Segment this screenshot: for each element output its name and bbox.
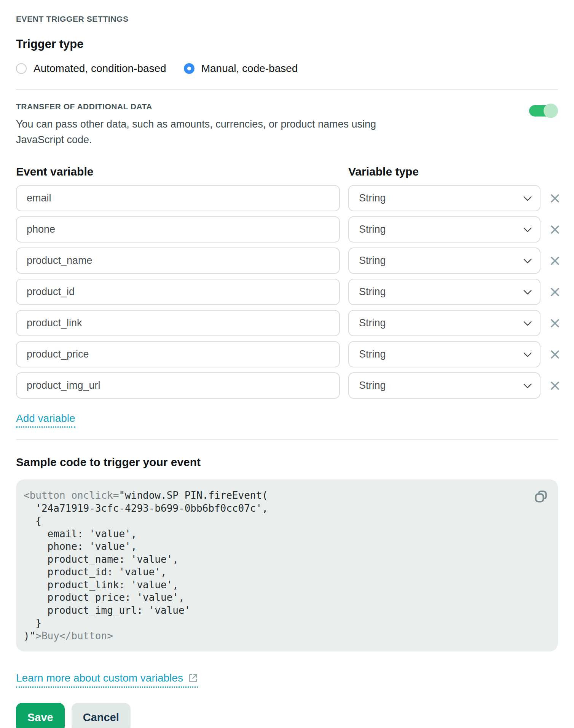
learn-more-link[interactable]: Learn more about custom variables — [16, 672, 198, 688]
variable-type-value: String — [359, 286, 386, 298]
code-text: <button onclick="window.SP_PIN.fireEvent… — [24, 489, 547, 642]
close-icon — [550, 224, 560, 235]
variable-name-input[interactable] — [16, 247, 340, 274]
variable-type-select[interactable]: String — [348, 310, 541, 336]
variables-column-headers: Event variable Variable type — [16, 165, 558, 178]
close-icon — [550, 287, 560, 297]
variable-row: String — [16, 216, 558, 243]
variable-type-value: String — [359, 255, 386, 267]
variable-name-input[interactable] — [16, 185, 340, 211]
event-variable-header: Event variable — [16, 165, 340, 178]
code-line: product_link: 'value', — [24, 579, 547, 592]
chevron-down-icon — [523, 224, 532, 232]
form-actions: Save Cancel — [16, 703, 558, 728]
radio-option-1[interactable]: Manual, code-based — [184, 62, 298, 75]
chevron-down-icon — [523, 192, 532, 201]
close-icon — [550, 380, 560, 391]
remove-variable-button[interactable] — [549, 348, 561, 361]
variable-row: String — [16, 279, 558, 305]
section-divider — [16, 439, 558, 440]
transfer-text-block: TRANSFER OF ADDITIONAL DATA You can pass… — [16, 102, 400, 148]
close-icon — [550, 349, 560, 360]
transfer-section-label: TRANSFER OF ADDITIONAL DATA — [16, 102, 400, 111]
radio-unselected-icon[interactable] — [16, 63, 27, 74]
variable-type-select[interactable]: String — [348, 279, 541, 305]
code-line: phone: 'value', — [24, 540, 547, 553]
variable-name-input[interactable] — [16, 279, 340, 305]
trigger-type-heading: Trigger type — [16, 37, 558, 51]
radio-option-0[interactable]: Automated, condition-based — [16, 62, 166, 75]
remove-variable-button[interactable] — [549, 380, 561, 392]
chevron-down-icon — [523, 255, 532, 263]
variable-type-header: Variable type — [348, 165, 541, 178]
transfer-section-header: TRANSFER OF ADDITIONAL DATA You can pass… — [16, 102, 558, 148]
transfer-description: You can pass other data, such as amounts… — [16, 117, 400, 148]
close-icon — [550, 255, 560, 266]
variable-name-input[interactable] — [16, 341, 340, 367]
remove-variable-button[interactable] — [549, 286, 561, 298]
variable-type-value: String — [359, 317, 386, 329]
code-line: product_price: 'value', — [24, 591, 547, 604]
learn-more-label: Learn more about custom variables — [16, 672, 183, 684]
copy-code-button[interactable] — [534, 490, 547, 503]
variable-type-select[interactable]: String — [348, 216, 541, 243]
save-button[interactable]: Save — [16, 703, 65, 728]
variable-type-value: String — [359, 380, 386, 391]
external-link-icon — [188, 673, 198, 683]
copy-icon — [534, 490, 547, 503]
code-line: '24a71919-3cfc-4293-b699-0bb6bf0cc07c', — [24, 502, 547, 515]
sample-code-block: <button onclick="window.SP_PIN.fireEvent… — [16, 479, 558, 651]
code-line: { — [24, 515, 547, 528]
variable-type-select[interactable]: String — [348, 247, 541, 274]
additional-data-toggle[interactable] — [529, 105, 557, 117]
trigger-type-radio-group: Automated, condition-basedManual, code-b… — [16, 62, 558, 75]
code-line: } — [24, 617, 547, 630]
remove-variable-button[interactable] — [549, 224, 561, 236]
section-label: EVENT TRIGGER SETTINGS — [16, 14, 558, 24]
variable-type-select[interactable]: String — [348, 185, 541, 211]
code-line: <button onclick="window.SP_PIN.fireEvent… — [24, 489, 547, 502]
remove-variable-button[interactable] — [549, 317, 561, 329]
chevron-down-icon — [523, 317, 532, 326]
add-variable-link[interactable]: Add variable — [16, 412, 75, 428]
variable-type-select[interactable]: String — [348, 372, 541, 399]
variable-row: String — [16, 372, 558, 399]
variable-name-input[interactable] — [16, 372, 340, 399]
variable-type-value: String — [359, 192, 386, 204]
variables-list: StringStringStringStringStringStringStri… — [16, 185, 558, 399]
chevron-down-icon — [523, 348, 532, 357]
toggle-knob — [544, 104, 558, 118]
close-icon — [550, 318, 560, 329]
variable-row: String — [16, 310, 558, 336]
code-line: product_id: 'value', — [24, 566, 547, 579]
radio-selected-icon[interactable] — [184, 63, 195, 74]
radio-option-label: Automated, condition-based — [33, 62, 166, 75]
chevron-down-icon — [523, 380, 532, 388]
remove-variable-button[interactable] — [549, 255, 561, 267]
variable-row: String — [16, 341, 558, 367]
cancel-button[interactable]: Cancel — [72, 703, 131, 728]
radio-option-label: Manual, code-based — [201, 62, 298, 75]
variable-type-value: String — [359, 224, 386, 235]
section-divider — [16, 89, 558, 90]
code-line: )">Buy</button> — [24, 630, 547, 643]
variable-name-input[interactable] — [16, 216, 340, 243]
variable-type-select[interactable]: String — [348, 341, 541, 367]
event-trigger-settings-panel: EVENT TRIGGER SETTINGS Trigger type Auto… — [0, 0, 574, 728]
chevron-down-icon — [523, 286, 532, 295]
close-icon — [550, 193, 560, 204]
remove-variable-button[interactable] — [549, 192, 561, 204]
variable-type-value: String — [359, 348, 386, 360]
variable-name-input[interactable] — [16, 310, 340, 336]
code-line: product_name: 'value', — [24, 553, 547, 566]
variable-row: String — [16, 185, 558, 211]
sample-code-heading: Sample code to trigger your event — [16, 456, 558, 469]
variable-row: String — [16, 247, 558, 274]
code-line: product_img_url: 'value' — [24, 604, 547, 617]
code-line: email: 'value', — [24, 528, 547, 541]
